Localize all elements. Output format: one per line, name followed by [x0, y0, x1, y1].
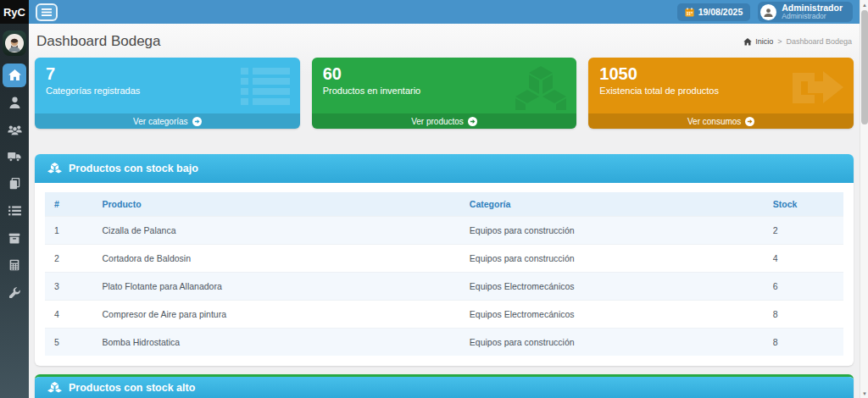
table-cell: 5 — [45, 329, 93, 357]
low-stock-table: # Producto Categoría Stock 1Cizalla de P… — [45, 192, 843, 356]
sidebar-item-home[interactable] — [3, 64, 26, 87]
sidebar-profile-avatar[interactable] — [3, 30, 26, 56]
stat-card-categories: 7 Categorías registradas Ver categorías — [35, 58, 300, 129]
page-title: Dashboard Bodega — [36, 33, 161, 50]
date-badge[interactable]: 19/08/2025 — [677, 3, 751, 21]
home-icon — [8, 69, 21, 81]
scrollbar-thumb[interactable] — [861, 10, 868, 124]
categories-count: 7 — [46, 64, 289, 84]
wrench-icon — [9, 287, 20, 298]
sidebar — [0, 24, 29, 398]
view-products-label: Ver productos — [411, 117, 464, 126]
scrollbar-up-arrow[interactable]: ▲ — [860, 0, 868, 9]
table-cell: Equipos para construcción — [460, 329, 764, 357]
stat-card-body: 7 Categorías registradas — [35, 58, 300, 102]
table-row: 3Plato Flotante para AllanadoraEquipos E… — [45, 273, 843, 301]
view-products-link[interactable]: Ver productos — [312, 113, 577, 129]
person-icon — [9, 97, 20, 108]
view-consumptions-link[interactable]: Ver consumos — [588, 113, 854, 129]
table-row: 4Compresor de Aire para pinturaEquipos E… — [45, 301, 843, 329]
user-menu[interactable]: Administrador Administrador — [758, 2, 853, 22]
table-cell: Cizalla de Palanca — [93, 217, 460, 245]
sidebar-toggle-button[interactable] — [36, 3, 58, 21]
sidebar-item-tools[interactable] — [3, 280, 26, 304]
copy-pages-icon — [9, 178, 20, 190]
truck-icon — [8, 152, 21, 162]
cubes-icon — [47, 163, 62, 174]
table-cell: 4 — [764, 245, 843, 273]
hamburger-icon — [42, 8, 52, 16]
view-categories-label: Ver categorías — [133, 117, 187, 126]
stat-card-stock-total: 1050 Existencia total de productos Ver c… — [588, 58, 854, 129]
table-cell: 2 — [45, 245, 93, 273]
page-scrollbar[interactable]: ▲ ▼ — [860, 0, 868, 398]
table-body: 1Cizalla de PalancaEquipos para construc… — [45, 217, 843, 357]
column-header-stock: Stock — [764, 192, 843, 217]
products-count: 60 — [323, 64, 566, 84]
sidebar-item-users-group[interactable] — [3, 118, 26, 141]
person-photo-icon — [763, 7, 774, 18]
arrow-circle-right-icon — [745, 117, 754, 126]
calculator-icon — [9, 259, 19, 271]
current-date: 19/08/2025 — [698, 7, 743, 17]
table-row: 2Cortadora de BaldosinEquipos para const… — [45, 245, 843, 273]
user-role: Administrador — [782, 13, 843, 20]
top-navbar: 19/08/2025 Administrador Administrador — [29, 0, 860, 24]
sidebar-item-user[interactable] — [3, 91, 26, 114]
scrollbar-down-arrow[interactable]: ▼ — [860, 389, 868, 398]
low-stock-panel-header: Productos con stock bajo — [35, 154, 854, 183]
products-label: Productos en inventario — [323, 86, 566, 96]
stat-card-products: 60 Productos en inventario Ver productos — [312, 58, 577, 129]
table-cell: Cortadora de Baldosin — [93, 245, 460, 273]
breadcrumb-home-link[interactable]: Inicio — [743, 37, 773, 46]
breadcrumb-separator: > — [777, 37, 782, 46]
main-content: Dashboard Bodega Inicio > Dashboard Bode… — [29, 24, 860, 398]
sidebar-item-list[interactable] — [3, 199, 26, 223]
table-cell: Equipos para construcción — [460, 217, 764, 245]
user-texts: Administrador Administrador — [782, 3, 843, 20]
table-cell: Bomba Hidrostatica — [93, 329, 460, 357]
users-group-icon — [8, 124, 22, 135]
app-logo[interactable]: RyC — [0, 0, 29, 24]
list-icon — [8, 206, 21, 216]
view-categories-link[interactable]: Ver categorías — [35, 113, 300, 129]
high-stock-panel: Productos con stock alto — [35, 374, 854, 398]
calendar-icon — [685, 8, 694, 17]
home-icon — [743, 38, 752, 46]
profile-photo — [5, 34, 24, 53]
low-stock-panel: Productos con stock bajo # Producto Cate… — [35, 154, 854, 366]
sidebar-item-calculator[interactable] — [3, 253, 26, 277]
table-cell: Compresor de Aire para pintura — [93, 301, 460, 329]
sidebar-item-archive-box[interactable] — [3, 226, 26, 250]
table-row: 1Cizalla de PalancaEquipos para construc… — [45, 217, 843, 245]
table-cell: 4 — [45, 301, 93, 329]
user-avatar — [760, 4, 776, 20]
arrow-circle-right-icon — [468, 117, 477, 126]
sidebar-item-truck[interactable] — [3, 145, 26, 169]
breadcrumb-home-label: Inicio — [755, 37, 773, 46]
column-header-category: Categoría — [460, 192, 764, 217]
low-stock-panel-title: Productos con stock bajo — [69, 163, 198, 174]
archive-box-icon — [8, 233, 20, 244]
stock-total-count: 1050 — [599, 64, 843, 84]
table-cell: 3 — [45, 273, 93, 301]
table-cell: 6 — [764, 273, 843, 301]
page-header: Dashboard Bodega Inicio > Dashboard Bode… — [35, 29, 854, 58]
view-consumptions-label: Ver consumos — [687, 117, 741, 126]
cubes-icon — [47, 382, 62, 394]
high-stock-panel-header: Productos con stock alto — [35, 377, 854, 398]
column-header-num: # — [45, 192, 93, 217]
stat-card-body: 60 Productos en inventario — [312, 58, 577, 102]
sidebar-item-copy-pages[interactable] — [3, 172, 26, 196]
navbar-right-group: 19/08/2025 Administrador Administrador — [677, 2, 853, 22]
table-row: 5Bomba HidrostaticaEquipos para construc… — [45, 329, 843, 357]
face-icon — [6, 35, 23, 52]
categories-label: Categorías registradas — [46, 86, 289, 96]
arrow-circle-right-icon — [192, 117, 202, 126]
table-cell: Equipos Electromecánicos — [460, 301, 764, 329]
low-stock-panel-body: # Producto Categoría Stock 1Cizalla de P… — [35, 183, 854, 366]
stat-card-body: 1050 Existencia total de productos — [588, 58, 854, 102]
stock-total-label: Existencia total de productos — [599, 86, 843, 96]
breadcrumb-current: Dashboard Bodega — [786, 37, 852, 46]
table-cell: Plato Flotante para Allanadora — [93, 273, 460, 301]
